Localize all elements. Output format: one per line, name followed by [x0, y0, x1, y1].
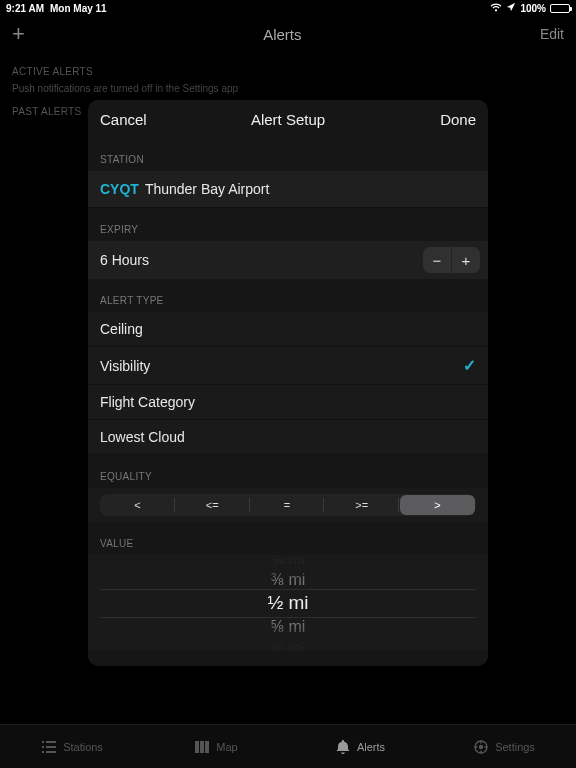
alert-type-section-header: ALERT TYPE [88, 279, 488, 312]
map-icon [194, 739, 210, 755]
svg-rect-8 [205, 741, 209, 753]
svg-rect-7 [200, 741, 204, 753]
done-button[interactable]: Done [440, 111, 476, 128]
modal-title: Alert Setup [88, 111, 488, 128]
battery-icon [550, 4, 570, 13]
list-icon [41, 739, 57, 755]
gear-icon [473, 739, 489, 755]
check-icon: ✓ [463, 356, 476, 375]
active-alerts-header: ACTIVE ALERTS [12, 66, 564, 77]
svg-rect-0 [42, 741, 44, 743]
tab-label: Map [216, 741, 237, 753]
location-icon [506, 2, 516, 14]
alert-type-row[interactable]: Flight Category [88, 385, 488, 420]
alert-type-label: Visibility [100, 358, 150, 374]
svg-rect-1 [46, 741, 56, 743]
svg-rect-2 [42, 746, 44, 748]
push-notifications-note: Push notifications are turned off in the… [12, 83, 564, 94]
equality-option[interactable]: = [250, 494, 325, 516]
svg-point-10 [480, 745, 483, 748]
cancel-button[interactable]: Cancel [100, 111, 147, 128]
station-name: Thunder Bay Airport [145, 181, 270, 197]
tab-label: Stations [63, 741, 103, 753]
svg-rect-4 [42, 751, 44, 753]
equality-option[interactable]: > [400, 495, 475, 515]
value-picker[interactable]: ¼ mi⅜ mi½ mi⅝ mi¾ mi [88, 555, 488, 651]
equality-segmented-control[interactable]: <<==>=> [100, 494, 476, 516]
picker-item[interactable]: ⅝ mi [88, 616, 488, 637]
tab-label: Alerts [357, 741, 385, 753]
tab-bar: StationsMapAlertsSettings [0, 724, 576, 768]
expiry-row: 6 Hours − + [88, 241, 488, 279]
svg-rect-5 [46, 751, 56, 753]
expiry-section-header: EXPIRY [88, 208, 488, 241]
tab-label: Settings [495, 741, 535, 753]
station-section-header: STATION [88, 138, 488, 171]
equality-option[interactable]: < [100, 494, 175, 516]
status-date: Mon May 11 [50, 3, 107, 14]
picker-item[interactable]: ¾ mi [88, 637, 488, 651]
equality-option[interactable]: >= [324, 494, 399, 516]
alert-setup-modal: Cancel Alert Setup Done STATION CYQT Thu… [88, 100, 488, 666]
equality-option[interactable]: <= [175, 494, 250, 516]
alert-type-label: Ceiling [100, 321, 143, 337]
alerts-nav-header: + Alerts Edit [0, 16, 576, 52]
alert-type-row[interactable]: Visibility✓ [88, 347, 488, 385]
bell-icon [335, 739, 351, 755]
status-bar: 9:21 AM Mon May 11 100% [0, 0, 576, 16]
stepper-minus-button[interactable]: − [423, 247, 451, 273]
status-time: 9:21 AM [6, 3, 44, 14]
alert-type-label: Flight Category [100, 394, 195, 410]
equality-section-header: EQUALITY [88, 455, 488, 488]
add-alert-button[interactable]: + [12, 21, 25, 47]
alert-type-row[interactable]: Ceiling [88, 312, 488, 347]
modal-header: Cancel Alert Setup Done [88, 100, 488, 138]
page-title: Alerts [25, 26, 540, 43]
expiry-stepper[interactable]: − + [423, 247, 480, 273]
picker-item[interactable]: ¼ mi [88, 555, 488, 569]
picker-item[interactable]: ⅜ mi [88, 569, 488, 590]
alert-type-row[interactable]: Lowest Cloud [88, 420, 488, 455]
station-row[interactable]: CYQT Thunder Bay Airport [88, 171, 488, 208]
value-section-header: VALUE [88, 522, 488, 555]
battery-pct: 100% [520, 3, 546, 14]
alert-type-label: Lowest Cloud [100, 429, 185, 445]
svg-rect-6 [195, 741, 199, 753]
edit-button[interactable]: Edit [540, 26, 564, 42]
tab-settings[interactable]: Settings [432, 725, 576, 768]
expiry-value: 6 Hours [100, 252, 149, 268]
tab-stations[interactable]: Stations [0, 725, 144, 768]
wifi-icon [490, 3, 502, 14]
svg-rect-3 [46, 746, 56, 748]
tab-alerts[interactable]: Alerts [288, 725, 432, 768]
picker-item[interactable]: ½ mi [88, 590, 488, 616]
stepper-plus-button[interactable]: + [452, 247, 480, 273]
station-code: CYQT [100, 181, 139, 197]
tab-map[interactable]: Map [144, 725, 288, 768]
